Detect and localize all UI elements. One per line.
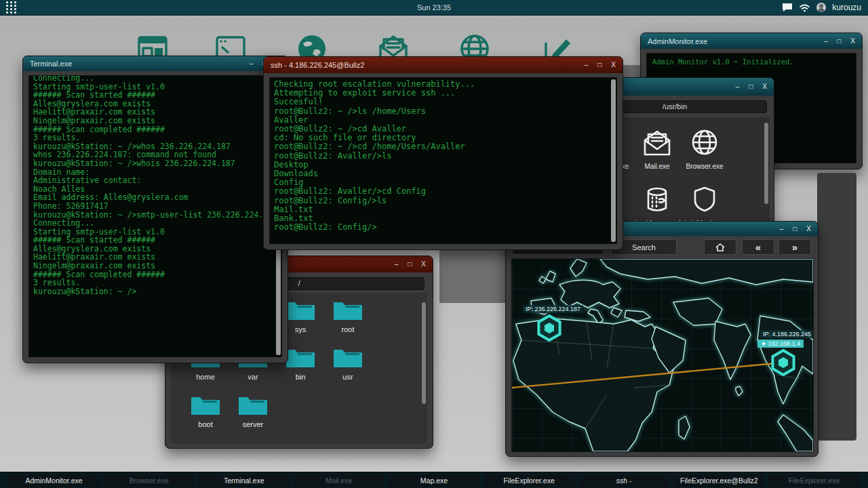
mail-icon bbox=[640, 125, 674, 159]
terminal-line: kurouzu@kStation: ~ />whois 236.226.224.… bbox=[33, 159, 277, 168]
taskbar-item[interactable]: Mail.exe bbox=[293, 474, 384, 487]
map-ip-label: IP: 4.186.226.245 bbox=[760, 330, 814, 338]
terminal-line: kurouzu@kStation: ~ /> bbox=[33, 287, 277, 296]
map-back-button[interactable]: « bbox=[742, 239, 774, 255]
close-icon[interactable]: X bbox=[850, 38, 855, 45]
terminal-output[interactable]: Connecting... Starting smtp-user-list v1… bbox=[28, 75, 282, 357]
window-title: Terminal.exe bbox=[30, 60, 72, 68]
taskbar-item-label: Map.exe bbox=[420, 476, 448, 485]
minimize-icon[interactable]: – bbox=[780, 226, 784, 232]
map-marker[interactable] bbox=[535, 314, 564, 342]
folder-item[interactable]: server bbox=[229, 392, 277, 439]
minimize-icon[interactable]: – bbox=[395, 261, 399, 268]
terminal-line: Ningelm@praxair.com exists bbox=[33, 262, 277, 270]
terminal-line: root@Bullz2: ~ />ls /home/Users bbox=[274, 107, 612, 116]
globe-icon bbox=[688, 125, 722, 159]
minimize-icon[interactable]: – bbox=[736, 83, 740, 90]
map-home-button[interactable] bbox=[704, 239, 736, 255]
close-icon[interactable]: X bbox=[421, 261, 426, 268]
folder-icon bbox=[332, 297, 363, 321]
folder-item[interactable]: usr bbox=[324, 344, 372, 392]
window-title: AdminMonitor.exe bbox=[648, 37, 707, 45]
ssh-titlebar[interactable]: ssh - 4.186.226.245@Bullz2 –□X bbox=[264, 57, 623, 73]
folder-item-label: server bbox=[243, 420, 264, 428]
folder-icon bbox=[285, 297, 316, 321]
terminal-line: Downloads bbox=[274, 169, 612, 178]
top-bar: Sun 23:35 kurouzu bbox=[0, 0, 868, 16]
taskbar-item[interactable]: Browser.exe bbox=[103, 474, 195, 487]
folder-item-label: sys bbox=[295, 325, 307, 333]
taskbar-item[interactable]: Map.exe bbox=[388, 474, 479, 487]
map-marker[interactable] bbox=[769, 348, 797, 377]
folder-item[interactable]: root bbox=[324, 297, 372, 344]
maximize-icon[interactable]: □ bbox=[408, 261, 412, 268]
taskbar-item[interactable]: FileExplorer.exe@Bullz2 bbox=[673, 474, 765, 487]
route-line bbox=[512, 259, 813, 451]
terminal-line: Mail.txt bbox=[274, 205, 612, 214]
file-item-label: Mail.exe bbox=[644, 163, 669, 170]
terminal-line: Connecting... bbox=[33, 75, 277, 83]
folder-item-label: var bbox=[248, 373, 258, 381]
folder-item[interactable]: boot bbox=[182, 392, 229, 439]
minimize-icon[interactable]: – bbox=[824, 38, 828, 45]
minimize-icon[interactable]: – bbox=[585, 62, 589, 68]
close-icon[interactable]: X bbox=[806, 226, 811, 232]
log-icon bbox=[640, 182, 674, 216]
maximize-icon[interactable]: □ bbox=[793, 226, 797, 232]
taskbar-item[interactable]: ssh - bbox=[578, 474, 670, 487]
chevrons-right-icon: » bbox=[792, 241, 797, 253]
folder-icon bbox=[237, 392, 269, 416]
path-text: / bbox=[298, 279, 300, 287]
world-map[interactable]: IP: 236.226.224.187 IP: 4.186.226.245 ★ … bbox=[511, 258, 814, 452]
taskbar-item-label: Mail.exe bbox=[326, 476, 352, 485]
hexagon-marker-icon bbox=[535, 314, 564, 342]
scrollbar-thumb[interactable] bbox=[611, 79, 616, 242]
folder-icon bbox=[190, 392, 221, 416]
close-icon[interactable]: X bbox=[762, 83, 767, 90]
scrollbar-thumb[interactable] bbox=[764, 123, 768, 204]
map-forward-button[interactable]: » bbox=[778, 239, 811, 255]
terminal-line: root@Bullz2: Avaller/>cd Config bbox=[274, 187, 612, 196]
terminal-line: root@Bullz2: ~ />cd /home/Users/Avaller bbox=[274, 142, 612, 151]
taskbar-item-label: AdminMonitor.exe bbox=[26, 476, 83, 485]
terminal-line: 3 results. bbox=[33, 134, 277, 142]
scrollbar-thumb[interactable] bbox=[422, 302, 426, 404]
admin-monitor-titlebar[interactable]: AdminMonitor.exe –□X bbox=[641, 33, 862, 49]
terminal-lines: Connecting... Starting smtp-user-list v1… bbox=[33, 75, 277, 296]
terminal-line: Administrative contact: bbox=[33, 176, 277, 185]
background-file-explorer-window bbox=[817, 173, 856, 441]
map-lan-badge: ★ 192.168.1.4 bbox=[757, 340, 804, 348]
ssh-output[interactable]: Checking root escalation vulnerability..… bbox=[269, 77, 617, 244]
window-title: ssh - 4.186.226.245@Bullz2 bbox=[271, 61, 364, 69]
shield-icon bbox=[688, 182, 722, 216]
taskbar-item[interactable]: FileExplorer.exe bbox=[484, 474, 575, 487]
hexagon-marker-icon bbox=[769, 348, 797, 377]
maximize-icon[interactable]: □ bbox=[749, 83, 753, 90]
taskbar-item[interactable]: Terminal.exe bbox=[198, 474, 290, 487]
clock: Sun 23:35 bbox=[0, 3, 868, 12]
path-text: /usr/bin bbox=[663, 102, 687, 110]
taskbar-item[interactable]: AdminMonitor.exe bbox=[8, 474, 100, 487]
map-window: –□X Search « » bbox=[505, 221, 818, 457]
search-button-label: Search bbox=[632, 243, 656, 251]
map-ip-label: IP: 236.226.224.187 bbox=[523, 305, 583, 313]
taskbar-item-label: Terminal.exe bbox=[224, 476, 264, 485]
terminal-line: Attempting to exploit service ssh ... bbox=[274, 89, 612, 98]
star-icon: ★ bbox=[761, 340, 766, 347]
taskbar-item[interactable]: FileExplorer.exe bbox=[768, 474, 860, 487]
terminal-line: Connecting... bbox=[33, 219, 277, 228]
file-item[interactable]: Mail.exe bbox=[633, 125, 681, 170]
admin-monitor-status: Admin Monitor v1.0 ~ Initialized. bbox=[652, 58, 794, 66]
home-icon bbox=[715, 243, 726, 252]
maximize-icon[interactable]: □ bbox=[597, 62, 601, 68]
taskbar-item-label: FileExplorer.exe bbox=[789, 476, 840, 485]
terminal-line: ###### Scan started ###### bbox=[33, 236, 277, 245]
terminal-titlebar[interactable]: Terminal.exe –□X bbox=[23, 56, 288, 71]
chevrons-left-icon: « bbox=[755, 241, 761, 253]
minimize-icon[interactable]: – bbox=[250, 60, 254, 67]
close-icon[interactable]: X bbox=[611, 62, 616, 68]
terminal-line: 3 results. bbox=[33, 279, 277, 287]
maximize-icon[interactable]: □ bbox=[837, 38, 841, 45]
file-item[interactable]: Browser.exe bbox=[681, 125, 728, 170]
terminal-line: root@Bullz2: Config/> bbox=[274, 223, 612, 232]
